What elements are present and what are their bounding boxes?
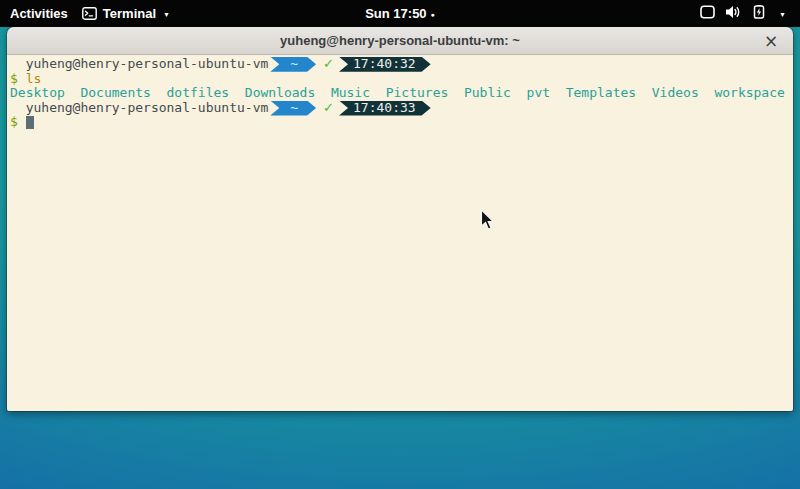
chevron-down-icon: ▼ (163, 11, 170, 18)
activities-label: Activities (10, 6, 68, 21)
prompt-line: yuheng@henry-personal-ubuntu-vm ~ ✓ 17:4… (10, 57, 793, 72)
close-button[interactable]: × (759, 27, 783, 54)
check-icon: ✓ (323, 101, 334, 116)
input-line[interactable]: $ (10, 115, 793, 130)
display-icon (700, 5, 715, 22)
cwd-label: ~ (290, 101, 298, 116)
prompt-user: yuheng@henry-personal-ubuntu-vm (10, 57, 268, 72)
window-title: yuheng@henry-personal-ubuntu-vm: ~ (280, 33, 520, 48)
terminal-icon (82, 7, 97, 20)
app-menu-terminal[interactable]: Terminal ▼ (82, 0, 170, 27)
command-text: ls (26, 72, 42, 87)
powerline-time-segment: 17:40:33 (339, 101, 431, 116)
app-menu-label: Terminal (103, 6, 156, 21)
time-label: 17:40:33 (353, 101, 416, 116)
window-titlebar[interactable]: yuheng@henry-personal-ubuntu-vm: ~ × (7, 27, 793, 55)
activities-button[interactable]: Activities (10, 0, 68, 27)
powerline-cwd-segment: ~ (270, 101, 316, 116)
powerline-cwd-segment: ~ (270, 57, 316, 72)
top-bar-left: Activities Terminal ▼ (0, 0, 170, 27)
space (18, 72, 26, 87)
cwd-label: ~ (290, 57, 298, 72)
ls-output-line: Desktop Documents dotfiles Downloads Mus… (10, 86, 793, 101)
system-status-area[interactable]: ▼ (700, 0, 786, 27)
check-icon: ✓ (323, 57, 334, 72)
clock-label: Sun 17:50 (365, 6, 426, 21)
command-line: $ ls (10, 72, 793, 87)
terminal-window: yuheng@henry-personal-ubuntu-vm: ~ × yuh… (7, 27, 793, 411)
terminal-cursor (26, 116, 34, 129)
powerline-time-segment: 17:40:32 (339, 57, 431, 72)
prompt-dollar: $ (10, 115, 18, 130)
top-bar: Activities Terminal ▼ Sun 17:50 ● (0, 0, 800, 27)
time-label: 17:40:32 (353, 57, 416, 72)
volume-icon (725, 5, 742, 22)
chevron-down-icon: ▼ (779, 11, 786, 18)
notification-dot-icon: ● (431, 11, 435, 18)
prompt-user: yuheng@henry-personal-ubuntu-vm (10, 101, 268, 116)
terminal-content[interactable]: yuheng@henry-personal-ubuntu-vm ~ ✓ 17:4… (7, 55, 793, 411)
battery-charging-icon (752, 5, 768, 22)
prompt-dollar: $ (10, 72, 18, 87)
directory-list: Desktop Documents dotfiles Downloads Mus… (10, 86, 785, 101)
space (18, 115, 26, 130)
prompt-line: yuheng@henry-personal-ubuntu-vm ~ ✓ 17:4… (10, 101, 793, 116)
